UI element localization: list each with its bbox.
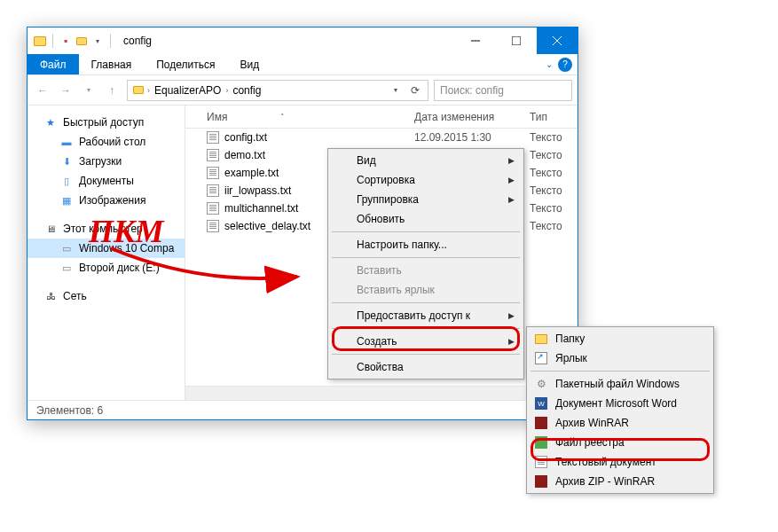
address-input[interactable]: › EqualizerAPO › config ▾ ⟳	[127, 80, 428, 101]
new-folder-icon[interactable]	[75, 34, 89, 48]
sidebar-item-drive-e[interactable]: ▭Второй диск (E:)	[28, 258, 185, 278]
ribbon-tabs: Файл Главная Поделиться Вид ⌄ ?	[28, 54, 578, 75]
ctx-sort[interactable]: Сортировка▶	[330, 170, 522, 190]
navigation-pane: ★Быстрый доступ ▬Рабочий стол ⬇Загрузки …	[28, 106, 185, 400]
tab-home[interactable]: Главная	[79, 54, 145, 74]
context-menu: Вид▶ Сортировка▶ Группировка▶ Обновить Н…	[327, 148, 524, 379]
status-bar: Элементов: 6	[28, 400, 578, 419]
folder-icon	[33, 34, 47, 48]
back-button[interactable]: ←	[33, 81, 52, 100]
desktop-icon: ▬	[59, 135, 74, 149]
titlebar[interactable]: ▪ ▾ config	[28, 27, 578, 54]
sidebar-item-pictures[interactable]: ▦Изображения	[28, 191, 185, 210]
ctx-properties[interactable]: Свойства	[330, 357, 522, 377]
folder-icon	[131, 83, 145, 98]
ctx-new-shortcut[interactable]: Ярлык	[529, 348, 711, 368]
svg-rect-1	[512, 36, 521, 45]
chevron-right-icon: ▶	[508, 176, 515, 184]
history-dropdown[interactable]: ▾	[387, 82, 405, 99]
ctx-paste: Вставить	[330, 261, 522, 280]
ctx-new-zip[interactable]: Архив ZIP - WinRAR	[529, 472, 711, 491]
sidebar-item-network[interactable]: 🖧Сеть	[28, 286, 185, 306]
sidebar-item-documents[interactable]: ▯Документы	[28, 171, 185, 191]
ctx-view[interactable]: Вид▶	[330, 151, 522, 170]
annotation-label: ПКМ	[89, 213, 163, 250]
column-type[interactable]: Тип	[523, 111, 578, 123]
refresh-icon[interactable]: ⟳	[406, 82, 424, 99]
text-file-icon	[207, 184, 219, 197]
separator	[332, 354, 520, 355]
chevron-right-icon: ▶	[508, 337, 515, 346]
search-placeholder: Поиск: config	[440, 84, 504, 97]
breadcrumb-item[interactable]: config	[230, 84, 263, 97]
up-button[interactable]: ↑	[102, 81, 122, 100]
shortcut-icon	[534, 351, 548, 365]
ctx-new[interactable]: Создать▶	[330, 332, 522, 351]
ctx-new-registry[interactable]: Файл реестра	[529, 433, 711, 452]
ctx-new-batch[interactable]: ⚙Пакетный файл Windows	[529, 374, 711, 394]
chevron-right-icon: ▶	[508, 195, 515, 204]
forward-button[interactable]: →	[56, 81, 75, 100]
ctx-group[interactable]: Группировка▶	[330, 190, 522, 209]
text-file-icon	[207, 167, 219, 179]
ctx-new-word[interactable]: WДокумент Microsoft Word	[529, 394, 711, 413]
recent-dropdown[interactable]: ▾	[79, 81, 98, 100]
item-count: Элементов: 6	[36, 404, 103, 417]
search-input[interactable]: Поиск: config	[434, 80, 572, 101]
chevron-right-icon[interactable]: ›	[225, 86, 228, 95]
ctx-new-text[interactable]: Текстовый документ	[529, 452, 711, 472]
ctx-new-folder[interactable]: Папку	[529, 329, 711, 348]
text-file-icon	[207, 202, 219, 215]
sort-asc-icon: ˄	[280, 113, 285, 121]
maximize-button[interactable]	[496, 27, 537, 54]
tab-view[interactable]: Вид	[227, 54, 271, 74]
chevron-right-icon: ▶	[508, 311, 515, 320]
horizontal-scrollbar[interactable]	[185, 386, 578, 400]
window-controls	[455, 27, 578, 54]
download-icon: ⬇	[59, 154, 74, 168]
text-file-icon	[207, 220, 219, 232]
sidebar-item-downloads[interactable]: ⬇Загрузки	[28, 152, 185, 171]
text-file-icon	[207, 149, 219, 161]
help-icon[interactable]: ?	[558, 58, 572, 72]
tab-file[interactable]: Файл	[28, 54, 79, 74]
separator	[530, 371, 710, 372]
text-file-icon	[534, 455, 548, 469]
rar-icon	[534, 474, 548, 489]
separator	[110, 34, 111, 48]
drive-icon: ▭	[59, 241, 74, 255]
breadcrumb-item[interactable]: EqualizerAPO	[152, 84, 224, 97]
sidebar-item-quick-access[interactable]: ★Быстрый доступ	[28, 113, 185, 132]
ctx-refresh[interactable]: Обновить	[330, 209, 522, 229]
text-file-icon	[207, 131, 219, 144]
separator	[332, 328, 520, 329]
properties-icon[interactable]: ▪	[59, 34, 73, 48]
ribbon-expand-icon[interactable]: ⌄	[546, 59, 553, 69]
folder-icon	[534, 332, 548, 346]
column-name[interactable]: Имя˄	[185, 111, 407, 123]
ctx-share-access[interactable]: Предоставить доступ к▶	[330, 306, 522, 325]
registry-icon	[534, 435, 548, 450]
minimize-button[interactable]	[455, 27, 496, 54]
ctx-new-winrar[interactable]: Архив WinRAR	[529, 413, 711, 433]
separator	[332, 231, 520, 232]
window-title: config	[120, 35, 152, 47]
quick-access-toolbar: ▪ ▾	[28, 34, 120, 48]
dropdown-icon[interactable]: ▾	[90, 34, 105, 48]
file-row[interactable]: config.txt12.09.2015 1:30Тексто	[185, 129, 578, 146]
chevron-right-icon: ▶	[508, 156, 515, 165]
document-icon: ▯	[59, 174, 74, 188]
tab-share[interactable]: Поделиться	[144, 54, 227, 74]
pc-icon: 🖥	[43, 222, 58, 236]
column-date[interactable]: Дата изменения	[407, 111, 523, 123]
separator	[332, 257, 520, 258]
separator	[52, 34, 53, 48]
ctx-paste-shortcut: Вставить ярлык	[330, 280, 522, 300]
close-button[interactable]	[537, 27, 578, 54]
context-submenu-new: Папку Ярлык ⚙Пакетный файл Windows WДоку…	[526, 326, 714, 494]
ctx-customize-folder[interactable]: Настроить папку...	[330, 235, 522, 254]
separator	[332, 302, 520, 303]
chevron-right-icon[interactable]: ›	[147, 86, 150, 95]
sidebar-item-desktop[interactable]: ▬Рабочий стол	[28, 132, 185, 152]
pictures-icon: ▦	[59, 193, 74, 207]
